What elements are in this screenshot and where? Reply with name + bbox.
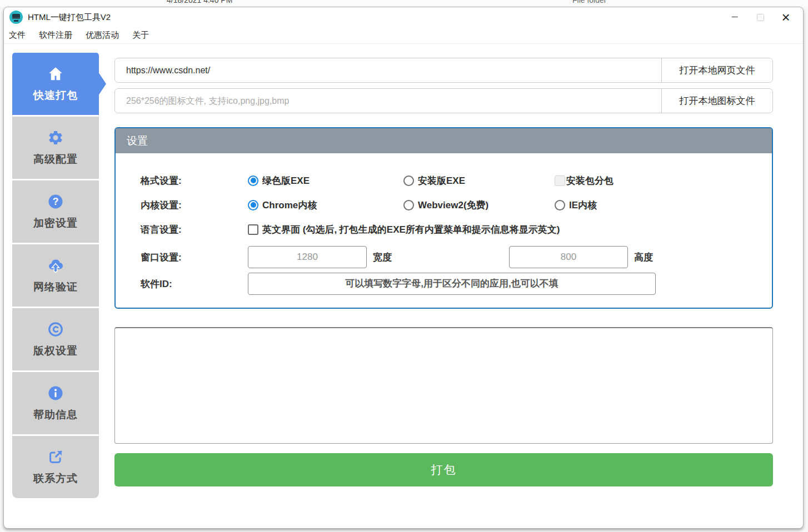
url-input-group: 打开本地网页文件 — [114, 58, 773, 83]
icon-input-group: 打开本地图标文件 — [114, 88, 773, 113]
menu-item-promo[interactable]: 优惠活动 — [86, 30, 119, 41]
window-title: HTML一键打包工具V2 — [28, 12, 111, 23]
app-id-input[interactable] — [248, 273, 656, 295]
open-local-html-button[interactable]: 打开本地网页文件 — [661, 58, 772, 82]
height-label: 高度 — [634, 251, 653, 264]
radio-icon — [248, 175, 258, 186]
question-icon: ? — [47, 193, 64, 210]
svg-text:?: ? — [53, 196, 59, 207]
radio-icon — [403, 175, 414, 186]
radio-icon — [403, 200, 414, 210]
settings-panel-body: 格式设置: 绿色版EXE 安装版EXE 安装包分包 内核设置 — [116, 153, 772, 295]
window-controls: ─ × — [722, 7, 799, 27]
maximize-button[interactable] — [747, 7, 773, 27]
app-window: HTML一键打包工具V2 ─ × 文件 软件注册 优惠活动 关于 快速打包 高级… — [3, 7, 804, 529]
option-label: 英文界面 (勾选后, 打包生成的EXE所有内置菜单和提示信息将显示英文) — [262, 223, 560, 236]
format-settings-row: 格式设置: 绿色版EXE 安装版EXE 安装包分包 — [141, 173, 772, 188]
language-settings-label: 语言设置: — [141, 223, 248, 236]
kernel-settings-row: 内核设置: Chrome内核 Webview2(免费) IE内核 — [141, 198, 772, 212]
sidebar-item-contact[interactable]: 联系方式 — [12, 436, 99, 498]
checkbox-english-ui[interactable]: 英文界面 (勾选后, 打包生成的EXE所有内置菜单和提示信息将显示英文) — [248, 223, 772, 236]
option-label: 绿色版EXE — [262, 174, 310, 187]
package-button[interactable]: 打包 — [114, 453, 773, 486]
radio-installer-exe[interactable]: 安装版EXE — [403, 174, 555, 187]
sidebar-item-copyright[interactable]: 版权设置 — [12, 308, 99, 370]
cloud-upload-icon — [47, 257, 64, 274]
menu-item-file[interactable]: 文件 — [9, 30, 26, 41]
sidebar-item-encryption[interactable]: ? 加密设置 — [12, 180, 99, 243]
window-size-row: 窗口设置: 宽度 高度 — [141, 246, 772, 268]
radio-chrome-kernel[interactable]: Chrome内核 — [248, 199, 403, 212]
kernel-settings-label: 内核设置: — [141, 199, 248, 212]
desktop-text-fragment: 4/18/2021 4:40 PM — [167, 0, 232, 4]
settings-panel-title: 设置 — [116, 128, 772, 153]
sidebar-item-label: 版权设置 — [33, 344, 78, 358]
settings-panel: 设置 格式设置: 绿色版EXE 安装版EXE 安装包分包 — [114, 127, 773, 309]
desktop-text-fragment: File folder — [572, 0, 606, 4]
checkbox-icon — [555, 175, 565, 186]
sidebar: 快速打包 高级配置 ? 加密设置 网络验证 版权设置 — [12, 53, 99, 498]
url-input[interactable] — [115, 58, 661, 82]
icon-file-input[interactable] — [115, 89, 661, 113]
sidebar-item-label: 快速打包 — [33, 88, 78, 103]
radio-webview2[interactable]: Webview2(免费) — [403, 199, 555, 212]
maximize-icon — [757, 14, 764, 21]
app-id-label: 软件ID: — [141, 278, 248, 290]
option-label: Chrome内核 — [262, 199, 317, 212]
window-size-label: 窗口设置: — [141, 251, 248, 264]
sidebar-item-label: 高级配置 — [33, 152, 78, 167]
main-content: 打开本地网页文件 打开本地图标文件 设置 格式设置: 绿色版EXE 安装版EXE — [114, 58, 773, 486]
checkbox-split-package[interactable]: 安装包分包 — [555, 174, 772, 187]
sidebar-item-network-verify[interactable]: 网络验证 — [12, 244, 99, 307]
sidebar-item-help[interactable]: 帮助信息 — [12, 372, 99, 434]
title-bar: HTML一键打包工具V2 ─ × — [4, 7, 803, 27]
option-label: Webview2(免费) — [418, 199, 488, 212]
desktop-background: 4/18/2021 4:40 PM File folder — [0, 0, 808, 7]
window-width-input[interactable] — [248, 246, 367, 268]
radio-ie-kernel[interactable]: IE内核 — [555, 199, 772, 212]
language-settings-row: 语言设置: 英文界面 (勾选后, 打包生成的EXE所有内置菜单和提示信息将显示英… — [141, 222, 772, 237]
format-settings-label: 格式设置: — [141, 174, 248, 187]
sidebar-item-label: 帮助信息 — [33, 408, 78, 422]
sidebar-item-label: 联系方式 — [33, 471, 78, 486]
menu-bar: 文件 软件注册 优惠活动 关于 — [4, 27, 803, 44]
menu-item-register[interactable]: 软件注册 — [39, 30, 72, 41]
close-button[interactable]: × — [773, 7, 799, 27]
radio-green-exe[interactable]: 绿色版EXE — [248, 174, 403, 187]
info-icon — [47, 385, 64, 401]
log-output-box — [114, 327, 773, 444]
option-label: 安装版EXE — [418, 174, 465, 187]
radio-icon — [248, 200, 258, 210]
app-id-row: 软件ID: — [141, 273, 772, 295]
sidebar-item-label: 加密设置 — [33, 216, 78, 230]
home-icon — [47, 66, 64, 82]
sidebar-item-advanced-config[interactable]: 高级配置 — [12, 117, 99, 179]
window-height-input[interactable] — [509, 246, 628, 268]
gear-icon — [47, 129, 64, 146]
sidebar-item-quick-package[interactable]: 快速打包 — [12, 53, 99, 115]
radio-icon — [555, 200, 565, 210]
width-label: 宽度 — [373, 251, 392, 264]
sidebar-item-label: 网络验证 — [33, 280, 78, 294]
option-label: IE内核 — [569, 199, 597, 212]
copyright-icon — [47, 321, 64, 338]
app-logo-icon — [9, 11, 23, 24]
option-label: 安装包分包 — [566, 174, 614, 187]
open-local-icon-button[interactable]: 打开本地图标文件 — [661, 89, 772, 113]
share-icon — [47, 449, 64, 465]
checkbox-icon — [248, 224, 258, 235]
minimize-button[interactable]: ─ — [722, 7, 747, 27]
menu-item-about[interactable]: 关于 — [132, 30, 149, 41]
